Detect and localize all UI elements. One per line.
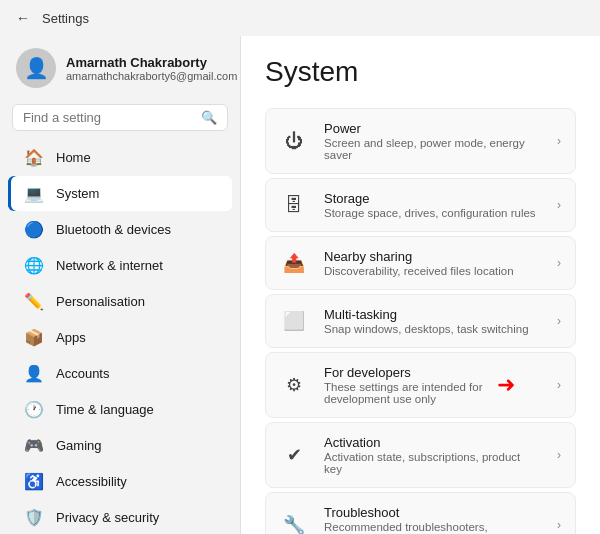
sidebar: 👤 Amarnath Chakraborty amarnathchakrabor… (0, 36, 240, 534)
page-title: System (265, 56, 576, 88)
storage-icon: 🗄 (280, 195, 308, 216)
settings-item-title-multitasking: Multi-tasking (324, 307, 541, 322)
user-email: amarnathchakraborty6@gmail.com (66, 70, 237, 82)
sidebar-item-label-personalisation: Personalisation (56, 294, 145, 309)
time-icon: 🕐 (24, 400, 44, 419)
privacy-icon: 🛡️ (24, 508, 44, 527)
settings-item-desc-power: Screen and sleep, power mode, energy sav… (324, 137, 541, 161)
sidebar-item-label-gaming: Gaming (56, 438, 102, 453)
settings-item-multitasking[interactable]: ⬜ Multi-tasking Snap windows, desktops, … (265, 294, 576, 348)
sidebar-item-label-privacy: Privacy & security (56, 510, 159, 525)
settings-item-text-storage: Storage Storage space, drives, configura… (324, 191, 541, 219)
settings-item-chevron-storage: › (557, 198, 561, 212)
settings-item-chevron-activation: › (557, 448, 561, 462)
settings-item-desc-activation: Activation state, subscriptions, product… (324, 451, 541, 475)
sidebar-item-network[interactable]: 🌐 Network & internet (8, 248, 232, 283)
sidebar-item-label-accounts: Accounts (56, 366, 109, 381)
system-icon: 💻 (24, 184, 44, 203)
main-layout: 👤 Amarnath Chakraborty amarnathchakrabor… (0, 36, 600, 534)
user-profile[interactable]: 👤 Amarnath Chakraborty amarnathchakrabor… (0, 36, 240, 104)
settings-item-desc-troubleshoot: Recommended troubleshooters, preferences… (324, 521, 541, 534)
sidebar-item-label-apps: Apps (56, 330, 86, 345)
settings-item-title-troubleshoot: Troubleshoot (324, 505, 541, 520)
settings-item-title-activation: Activation (324, 435, 541, 450)
gaming-icon: 🎮 (24, 436, 44, 455)
accounts-icon: 👤 (24, 364, 44, 383)
sidebar-item-privacy[interactable]: 🛡️ Privacy & security (8, 500, 232, 534)
user-name: Amarnath Chakraborty (66, 55, 237, 70)
network-icon: 🌐 (24, 256, 44, 275)
nearby-sharing-icon: 📤 (280, 252, 308, 274)
settings-item-desc-nearby-sharing: Discoverability, received files location (324, 265, 541, 277)
settings-item-text-power: Power Screen and sleep, power mode, ener… (324, 121, 541, 161)
settings-list: ⏻ Power Screen and sleep, power mode, en… (265, 108, 576, 534)
personalisation-icon: ✏️ (24, 292, 44, 311)
developers-icon: ⚙ (280, 374, 308, 396)
sidebar-item-system[interactable]: 💻 System (8, 176, 232, 211)
accessibility-icon: ♿ (24, 472, 44, 491)
settings-item-title-developers: For developers (324, 365, 541, 380)
search-input[interactable] (23, 110, 195, 125)
sidebar-item-apps[interactable]: 📦 Apps (8, 320, 232, 355)
settings-item-power[interactable]: ⏻ Power Screen and sleep, power mode, en… (265, 108, 576, 174)
sidebar-item-label-system: System (56, 186, 99, 201)
avatar: 👤 (16, 48, 56, 88)
settings-item-title-storage: Storage (324, 191, 541, 206)
settings-item-storage[interactable]: 🗄 Storage Storage space, drives, configu… (265, 178, 576, 232)
sidebar-item-personalisation[interactable]: ✏️ Personalisation (8, 284, 232, 319)
sidebar-item-gaming[interactable]: 🎮 Gaming (8, 428, 232, 463)
settings-item-text-developers: For developers These settings are intend… (324, 365, 541, 405)
title-bar: ← Settings (0, 0, 600, 36)
settings-item-chevron-power: › (557, 134, 561, 148)
settings-item-text-activation: Activation Activation state, subscriptio… (324, 435, 541, 475)
settings-item-developers[interactable]: ⚙ For developers These settings are inte… (265, 352, 576, 418)
user-info: Amarnath Chakraborty amarnathchakraborty… (66, 55, 237, 82)
sidebar-item-label-bluetooth: Bluetooth & devices (56, 222, 171, 237)
settings-item-text-troubleshoot: Troubleshoot Recommended troubleshooters… (324, 505, 541, 534)
settings-item-title-nearby-sharing: Nearby sharing (324, 249, 541, 264)
bluetooth-icon: 🔵 (24, 220, 44, 239)
nav-list: 🏠 Home 💻 System 🔵 Bluetooth & devices 🌐 … (0, 139, 240, 534)
search-box[interactable]: 🔍 (12, 104, 228, 131)
sidebar-item-bluetooth[interactable]: 🔵 Bluetooth & devices (8, 212, 232, 247)
sidebar-item-label-time: Time & language (56, 402, 154, 417)
content-area: System ⏻ Power Screen and sleep, power m… (240, 36, 600, 534)
settings-item-activation[interactable]: ✔ Activation Activation state, subscript… (265, 422, 576, 488)
settings-item-desc-storage: Storage space, drives, configuration rul… (324, 207, 541, 219)
home-icon: 🏠 (24, 148, 44, 167)
sidebar-item-label-home: Home (56, 150, 91, 165)
apps-icon: 📦 (24, 328, 44, 347)
sidebar-item-accounts[interactable]: 👤 Accounts (8, 356, 232, 391)
settings-item-troubleshoot[interactable]: 🔧 Troubleshoot Recommended troubleshoote… (265, 492, 576, 534)
sidebar-item-home[interactable]: 🏠 Home (8, 140, 232, 175)
settings-item-chevron-troubleshoot: › (557, 518, 561, 532)
settings-item-chevron-multitasking: › (557, 314, 561, 328)
settings-item-nearby-sharing[interactable]: 📤 Nearby sharing Discoverability, receiv… (265, 236, 576, 290)
activation-icon: ✔ (280, 444, 308, 466)
settings-item-text-nearby-sharing: Nearby sharing Discoverability, received… (324, 249, 541, 277)
power-icon: ⏻ (280, 131, 308, 152)
sidebar-item-label-network: Network & internet (56, 258, 163, 273)
title-bar-text: Settings (42, 11, 89, 26)
troubleshoot-icon: 🔧 (280, 514, 308, 534)
settings-item-chevron-nearby-sharing: › (557, 256, 561, 270)
settings-item-desc-developers: These settings are intended for developm… (324, 381, 541, 405)
sidebar-item-accessibility[interactable]: ♿ Accessibility (8, 464, 232, 499)
search-icon: 🔍 (201, 110, 217, 125)
sidebar-item-time[interactable]: 🕐 Time & language (8, 392, 232, 427)
sidebar-item-label-accessibility: Accessibility (56, 474, 127, 489)
settings-item-text-multitasking: Multi-tasking Snap windows, desktops, ta… (324, 307, 541, 335)
settings-item-desc-multitasking: Snap windows, desktops, task switching (324, 323, 541, 335)
multitasking-icon: ⬜ (280, 310, 308, 332)
back-button[interactable]: ← (12, 8, 34, 28)
settings-item-chevron-developers: › (557, 378, 561, 392)
settings-item-title-power: Power (324, 121, 541, 136)
